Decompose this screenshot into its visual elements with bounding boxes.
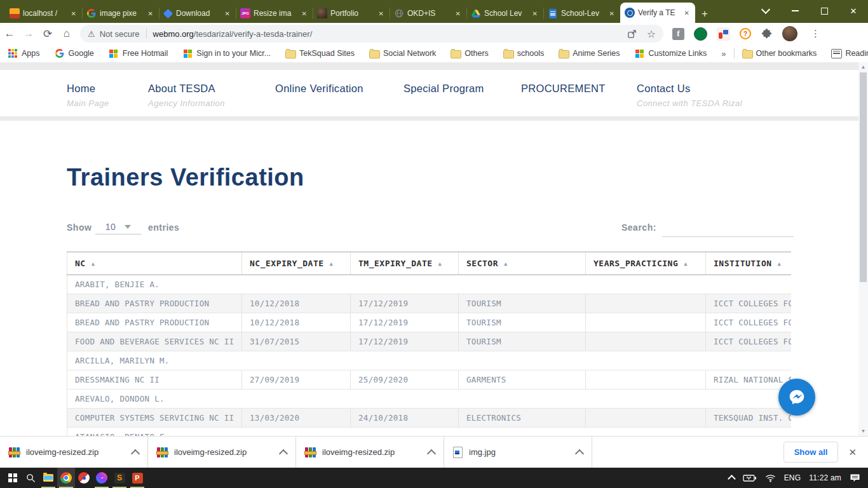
tab-title: image pixe [100, 9, 144, 18]
back-button[interactable]: ← [0, 27, 19, 40]
column-header-sector[interactable]: SECTOR▲ [459, 252, 586, 275]
nav-about-tesda[interactable]: About TESDA Agency Information [148, 83, 225, 108]
screen: localhost / ✕ image pixe ✕ Download ✕ JP… [0, 0, 868, 488]
bookmark-free-hotmail[interactable]: Free Hotmail [109, 48, 168, 58]
battery-icon[interactable] [743, 474, 757, 482]
tab-close-icon[interactable]: ✕ [377, 10, 385, 18]
minimize-button[interactable] [780, 0, 810, 22]
download-menu-chevron-icon[interactable] [279, 449, 288, 458]
page-scrollbar[interactable]: ▲ ▼ [858, 62, 868, 436]
taskbar-messenger[interactable] [93, 468, 111, 488]
tab-download[interactable]: Download ✕ [159, 4, 236, 23]
language-indicator[interactable]: ENG [784, 473, 801, 482]
scroll-up-icon[interactable]: ▲ [858, 64, 868, 70]
tab-portfolio[interactable]: Portfolio ✕ [313, 4, 390, 23]
download-menu-chevron-icon[interactable] [427, 449, 436, 458]
tab-verify-tesda-active[interactable]: Verify a TE ✕ [620, 3, 695, 23]
tab-close-icon[interactable]: ✕ [147, 10, 154, 18]
tab-close-icon[interactable]: ✕ [608, 10, 616, 18]
bookmark-folder-social[interactable]: Social Network [369, 48, 436, 58]
bookmark-sign-in-microsoft[interactable]: Sign in to your Micr... [182, 48, 271, 58]
nav-home[interactable]: Home Main Page [67, 83, 109, 108]
profile-avatar[interactable] [782, 26, 797, 41]
not-secure-label[interactable]: Not secure [100, 29, 140, 39]
bookmark-customize-links[interactable]: Customize Links [635, 48, 707, 58]
green-badge-extension-icon[interactable] [694, 27, 707, 41]
column-header-tm-expiry[interactable]: TM_EXPIRY_DATE▲ [351, 252, 459, 275]
browser-menu-icon[interactable]: ⋮ [807, 28, 827, 39]
other-bookmarks[interactable]: Other bookmarks [742, 48, 817, 58]
home-button[interactable]: ⌂ [57, 27, 76, 40]
bookmark-star-icon[interactable]: ☆ [647, 28, 656, 40]
taskbar-search-button[interactable] [22, 468, 39, 488]
scrollbar-thumb[interactable] [860, 72, 867, 282]
bookmark-google[interactable]: Google [55, 48, 94, 58]
bookmark-folder-schools[interactable]: schools [503, 48, 544, 58]
tab-image-pixel[interactable]: image pixe ✕ [82, 4, 159, 23]
taskbar-powerpoint[interactable]: P [128, 468, 146, 488]
bookmark-folder-others[interactable]: Others [451, 48, 489, 58]
tab-close-icon[interactable]: ✕ [454, 10, 462, 18]
action-center-icon[interactable] [850, 473, 860, 483]
tab-close-icon[interactable]: ✕ [70, 10, 78, 18]
tab-close-icon[interactable]: ✕ [531, 10, 539, 18]
tab-school-level-drive[interactable]: School Lev ✕ [466, 4, 543, 23]
nav-contact-us[interactable]: Contact Us Connect with TESDA Rizal [637, 83, 742, 108]
reload-button[interactable]: ⟳ [38, 27, 57, 41]
new-tab-button[interactable]: + [695, 8, 714, 23]
window-chevron-icon[interactable] [751, 0, 780, 22]
system-tray: ENG 11:22 am [729, 473, 868, 483]
facebook-extension-icon[interactable]: f [672, 28, 684, 40]
bookmark-apps[interactable]: Apps [8, 48, 40, 58]
tab-localhost[interactable]: localhost / ✕ [5, 4, 82, 23]
show-all-downloads-button[interactable]: Show all [783, 442, 839, 463]
close-downloads-bar-icon[interactable]: ✕ [848, 447, 857, 458]
omnibox-divider [146, 29, 147, 39]
tab-resize-image[interactable]: JPG Resize ima ✕ [236, 4, 313, 23]
download-menu-chevron-icon[interactable] [575, 449, 584, 458]
taskbar-sublime[interactable]: S [111, 468, 128, 488]
microsoft-icon [109, 48, 119, 58]
presenter-extension-icon[interactable] [717, 27, 730, 41]
page-length-select[interactable]: 10 [95, 220, 141, 234]
wifi-icon[interactable] [765, 474, 776, 482]
tab-close-icon[interactable]: ✕ [301, 10, 308, 18]
powerpoint-icon: P [132, 473, 143, 484]
address-bar[interactable]: ⚠ Not secure webmo.org/tesdarizal/verify… [80, 25, 663, 43]
close-window-button[interactable]: ✕ [839, 0, 868, 22]
tab-okd-is[interactable]: OKD+IS ✕ [390, 4, 466, 23]
download-menu-chevron-icon[interactable] [131, 449, 140, 458]
nav-procurement[interactable]: PROCUREMENT [521, 83, 606, 95]
nav-online-verification[interactable]: Online Verification [275, 83, 363, 95]
download-item[interactable]: iloveimg-resized.zip [0, 437, 148, 468]
extensions-puzzle-icon[interactable] [761, 28, 773, 40]
download-item[interactable]: img.jpg [444, 437, 592, 468]
bookmark-folder-teksquad[interactable]: TekSquad Sites [285, 48, 355, 58]
column-header-nc[interactable]: NC▲ [67, 252, 242, 275]
column-header-nc-expiry[interactable]: NC_EXPIRY_DATE▲ [242, 252, 351, 275]
download-item[interactable]: iloveimg-resized.zip [296, 437, 444, 468]
taskbar-chrome[interactable] [57, 468, 75, 488]
reading-list[interactable]: Reading list [831, 48, 868, 58]
scroll-down-icon[interactable]: ▼ [858, 428, 868, 434]
tab-close-icon[interactable]: ✕ [683, 9, 691, 17]
taskbar-file-explorer[interactable] [39, 468, 57, 488]
search-input[interactable] [662, 220, 794, 237]
messenger-chat-button[interactable] [778, 379, 815, 416]
hidden-icons-chevron[interactable] [728, 475, 736, 483]
nav-special-program[interactable]: Special Program [403, 83, 484, 95]
forward-button[interactable]: → [19, 27, 38, 40]
bookmark-folder-anime[interactable]: Anime Series [559, 48, 620, 58]
download-item[interactable]: iloveimg-resized.zip [148, 437, 296, 468]
column-header-institution[interactable]: INSTITUTION▲ [706, 252, 792, 275]
quiz-extension-icon[interactable]: ? [740, 28, 751, 39]
share-icon[interactable] [627, 29, 637, 39]
taskbar-pinned-app[interactable] [75, 468, 93, 488]
bookmarks-overflow-icon[interactable]: » [721, 49, 726, 58]
clock[interactable]: 11:22 am [809, 473, 841, 482]
column-header-years[interactable]: YEARS_PRACTICING▲ [586, 252, 706, 275]
restore-button[interactable] [810, 0, 839, 22]
start-button[interactable] [4, 468, 22, 488]
tab-close-icon[interactable]: ✕ [224, 10, 231, 18]
tab-school-level-doc[interactable]: School-Lev ✕ [543, 4, 620, 23]
